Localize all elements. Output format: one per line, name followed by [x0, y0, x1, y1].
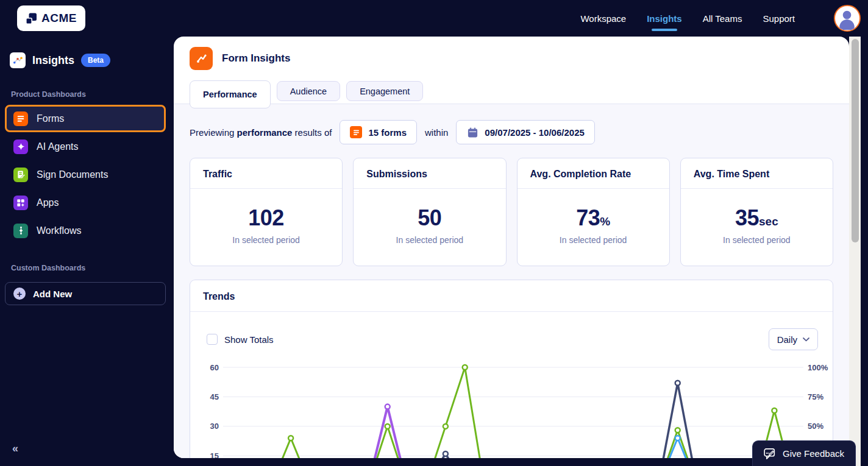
stat-title: Avg. Time Spent	[681, 158, 833, 189]
sidebar-item-label: Workflows	[37, 225, 82, 236]
svg-text:15: 15	[210, 451, 219, 458]
tab-audience[interactable]: Audience	[277, 81, 340, 101]
sidebar-header: Insights Beta	[5, 45, 166, 84]
sidebar-title: Insights	[32, 54, 74, 67]
nav-item-all-teams[interactable]: All Teams	[703, 13, 742, 24]
sidebar: Insights Beta Product Dashboards Forms A…	[0, 37, 171, 466]
interval-select[interactable]: Daily	[769, 328, 818, 350]
sidebar-collapse-button[interactable]: «	[12, 442, 18, 455]
screen: ACME Workspace Insights All Teams Suppor…	[0, 0, 868, 466]
feedback-icon	[764, 448, 776, 460]
top-nav: Workspace Insights All Teams Support	[580, 5, 861, 32]
nav-item-insights[interactable]: Insights	[647, 13, 682, 24]
stat-value: 35	[735, 205, 759, 230]
stat-card-traffic: Traffic 102 In selected period	[190, 158, 343, 266]
within-label: within	[425, 127, 448, 138]
filter-text: Previewing performance results of	[190, 127, 332, 138]
beta-badge: Beta	[81, 54, 110, 67]
date-range-label: 09/07/2025 - 10/06/2025	[485, 127, 584, 138]
scrollbar-thumb[interactable]	[852, 39, 859, 242]
main-panel: Form Insights Performance Audience Engag…	[174, 37, 849, 458]
feedback-label: Give Feedback	[783, 448, 844, 459]
stat-caption: In selected period	[681, 235, 833, 245]
add-new-button[interactable]: + Add New	[5, 282, 166, 305]
tab-bar: Performance Audience Engagement	[174, 80, 849, 104]
form-icon	[350, 126, 362, 138]
sidebar-item-label: Forms	[37, 113, 64, 124]
give-feedback-button[interactable]: Give Feedback	[752, 440, 856, 466]
svg-text:100%: 100%	[808, 363, 828, 372]
stat-card-time-spent: Avg. Time Spent 35sec In selected period	[680, 158, 833, 266]
workflows-icon	[13, 224, 28, 238]
tab-performance[interactable]: Performance	[190, 80, 271, 108]
trends-title: Trends	[190, 280, 833, 312]
calendar-icon	[466, 126, 478, 138]
insights-app-icon	[10, 52, 26, 68]
user-avatar[interactable]	[834, 5, 861, 32]
sidebar-item-label: Sign Documents	[37, 169, 108, 180]
top-bar: ACME Workspace Insights All Teams Suppor…	[0, 0, 868, 37]
trends-chart-container: 1530456050%75%100%	[190, 358, 833, 458]
svg-text:30: 30	[210, 422, 219, 431]
stat-caption: In selected period	[518, 235, 669, 245]
trends-controls: Show Totals Daily	[190, 312, 833, 350]
stats-row: Traffic 102 In selected period Submissio…	[190, 158, 833, 266]
show-totals-checkbox[interactable]	[207, 334, 218, 345]
date-range-button[interactable]: 09/07/2025 - 10/06/2025	[456, 120, 594, 144]
apps-icon	[13, 196, 28, 210]
section-label-product-dashboards: Product Dashboards	[5, 84, 166, 105]
page-title: Form Insights	[222, 52, 290, 65]
nav-item-workspace[interactable]: Workspace	[580, 13, 626, 24]
stat-title: Avg. Completion Rate	[518, 158, 669, 189]
ai-agents-icon	[13, 139, 28, 154]
form-insights-icon	[190, 47, 213, 70]
nav-item-support[interactable]: Support	[763, 13, 795, 24]
forms-icon	[13, 111, 28, 126]
forms-selector-button[interactable]: 15 forms	[340, 120, 417, 144]
stat-value: 102	[248, 205, 284, 230]
user-icon	[835, 6, 859, 30]
stat-title: Traffic	[190, 158, 342, 189]
svg-text:75%: 75%	[808, 392, 824, 401]
stat-card-completion-rate: Avg. Completion Rate 73% In selected per…	[517, 158, 670, 266]
svg-text:60: 60	[210, 363, 219, 372]
sidebar-item-apps[interactable]: Apps	[5, 189, 166, 216]
stat-value: 50	[418, 205, 441, 230]
interval-value: Daily	[777, 334, 797, 345]
sidebar-item-label: AI Agents	[37, 141, 79, 152]
section-label-custom-dashboards: Custom Dashboards	[5, 258, 166, 278]
sidebar-item-ai-agents[interactable]: AI Agents	[5, 133, 166, 160]
stat-caption: In selected period	[354, 235, 505, 245]
stat-title: Submissions	[354, 158, 505, 189]
svg-text:50%: 50%	[808, 422, 824, 431]
svg-text:45: 45	[210, 392, 219, 401]
show-totals-label: Show Totals	[224, 334, 274, 345]
sidebar-item-workflows[interactable]: Workflows	[5, 217, 166, 244]
content-area: Previewing performance results of 15 for…	[174, 104, 849, 458]
sidebar-item-sign-documents[interactable]: Sign Documents	[5, 161, 166, 188]
main-header: Form Insights	[174, 37, 849, 80]
add-new-label: Add New	[33, 289, 72, 299]
sidebar-item-label: Apps	[37, 197, 59, 208]
trends-chart: 1530456050%75%100%	[190, 358, 833, 458]
vertical-scrollbar[interactable]	[849, 37, 861, 466]
logo-text: ACME	[41, 12, 77, 25]
acme-logo[interactable]: ACME	[17, 5, 85, 31]
stat-card-submissions: Submissions 50 In selected period	[353, 158, 506, 266]
acme-logo-icon	[26, 13, 37, 24]
tab-engagement[interactable]: Engagement	[346, 81, 423, 101]
forms-selector-label: 15 forms	[368, 127, 407, 138]
plus-icon: +	[13, 288, 26, 300]
stat-caption: In selected period	[190, 235, 342, 245]
trends-card: Trends Show Totals Daily 1530456050%75%1…	[190, 280, 833, 458]
stat-value: 73	[576, 205, 600, 230]
chevron-down-icon	[803, 337, 809, 342]
filter-bar: Previewing performance results of 15 for…	[190, 120, 833, 144]
sidebar-item-forms[interactable]: Forms	[5, 105, 166, 132]
sign-documents-icon	[13, 168, 28, 182]
